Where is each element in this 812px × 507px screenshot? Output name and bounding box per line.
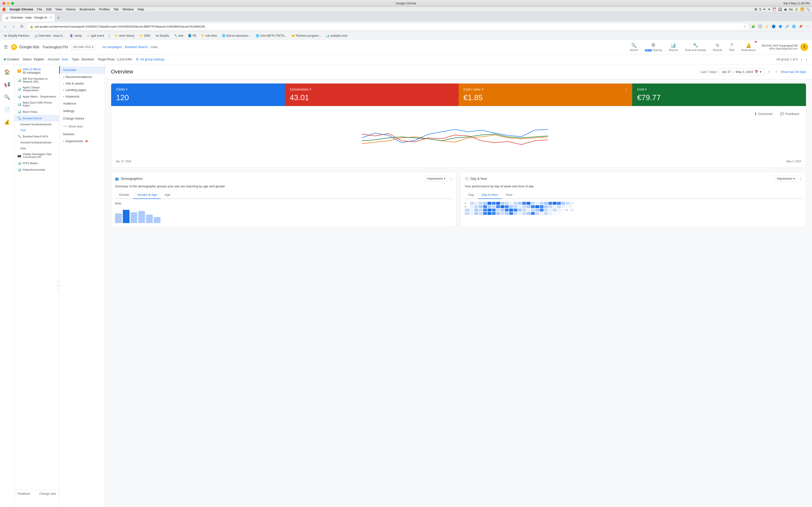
extension-icon-3[interactable]: ⚡ <box>764 24 769 29</box>
tab-gender-age[interactable]: Gender & Age <box>133 191 161 199</box>
extension-icon-6[interactable]: 🔗 <box>784 24 790 29</box>
date-range-selector[interactable]: Apr 27 – May 3, 2024 📅 ▾ <box>719 68 765 75</box>
prev-ad-group-button[interactable]: ‹ <box>800 56 803 62</box>
menu-file[interactable]: File <box>37 7 42 11</box>
feedback-chart-button[interactable]: 💬 Feedback <box>778 111 801 117</box>
campaign-branded-search[interactable]: 🔍 Branded Search <box>14 115 59 121</box>
notifications-button[interactable]: 🔔 1 Notifications <box>738 41 759 53</box>
menu-apple[interactable]: 🍎 <box>2 7 6 11</box>
spacing-button[interactable]: ⊞ BETA Spacing <box>642 41 665 53</box>
menu-edit[interactable]: Edit <box>46 7 51 11</box>
campaign-suta-2[interactable]: Suta <box>14 145 59 151</box>
date-prev-button[interactable]: ‹ <box>767 68 772 75</box>
breadcrumb-campaign[interactable]: Branded Search <box>125 45 148 49</box>
tab-age[interactable]: Age <box>161 191 174 199</box>
menu-history[interactable]: History <box>66 7 75 11</box>
download-button[interactable]: ⬇ Download <box>752 111 774 117</box>
chrome-tab-active[interactable]: 📊 Overview - mate - Google Ad... ✕ <box>2 13 55 21</box>
bookmark-tool[interactable]: 🔧 tool <box>172 34 185 38</box>
change-view-btn[interactable]: Change view <box>39 492 56 495</box>
bookmark-gmc[interactable]: 📁 GMC <box>138 34 153 38</box>
bookmark-partners[interactable]: 🤝 Partners program... <box>290 34 323 38</box>
bookmark-work-history[interactable]: 📁 work history <box>113 34 137 38</box>
bookmark-ga4[interactable]: 📈 ga4 event <box>85 34 106 38</box>
bookmark-analytics[interactable]: 📊 analytics tool <box>324 34 349 38</box>
menu-tab[interactable]: Tab <box>114 7 119 11</box>
extension-icon-4[interactable]: 🔵 <box>771 24 776 29</box>
day-hour-menu-button[interactable]: ⋮ <box>799 177 802 181</box>
new-tab-button[interactable]: + <box>55 14 62 21</box>
cost-dropdown[interactable]: ▾ <box>645 88 647 91</box>
date-next-button[interactable]: › <box>773 68 779 75</box>
bookmark-b2b[interactable]: 🌐 b2b-eu.tamaraco... <box>220 34 253 38</box>
extension-icon-2[interactable]: 🅂 <box>757 24 763 29</box>
bookmark-clarity[interactable]: 🔮 clarity <box>68 34 84 38</box>
campaign-black-deal[interactable]: 📊 Black Deal 5,89€ iPhone Kabel <box>14 100 59 108</box>
search-button[interactable]: 🔍 Search <box>627 41 641 53</box>
tab-gender[interactable]: Gender <box>115 191 133 199</box>
menu-bookmarks[interactable]: Bookmarks <box>80 7 95 11</box>
subnav-landing-pages[interactable]: › Landing pages <box>59 87 105 93</box>
menu-chrome[interactable]: Google Chrome <box>10 7 33 11</box>
close-button[interactable] <box>2 2 5 5</box>
campaign-apple-charger[interactable]: 📊 Apple Charger - Shopbrothers <box>14 84 59 93</box>
subnav-devices[interactable]: Devices <box>59 130 105 138</box>
nav-campaigns[interactable]: 📢 <box>1 79 13 90</box>
ad-group-settings-button[interactable]: ⚙ Ad group settings <box>136 57 164 61</box>
extension-icon-1[interactable]: 🧩 <box>751 24 756 29</box>
subnav-recommendations[interactable]: › Recommendations <box>59 74 105 80</box>
bookmark-fb[interactable]: 📘 FB <box>186 34 198 38</box>
day-hour-metric-selector[interactable]: Impressions ▾ <box>774 176 797 181</box>
view-filter[interactable]: 🔽 View (2 filters) All campaigns <box>14 66 59 76</box>
fullscreen-button[interactable] <box>11 2 14 5</box>
tools-settings-button[interactable]: 🔧 Tools and settings <box>682 41 709 53</box>
bookmark-ga4meta[interactable]: 🌐 GA4-META-TIKTO... <box>254 34 289 38</box>
campaign-apple-watch[interactable]: 📊 Apple Watch - Shopbrothers <box>14 93 59 100</box>
account-avatar[interactable]: T <box>800 43 808 51</box>
bookmark-info[interactable]: 📁 info links <box>199 34 219 38</box>
extension-icon-8[interactable]: 📌 <box>798 24 803 29</box>
feedback-btn[interactable]: Feedback <box>17 492 30 495</box>
subnav-ads-assets[interactable]: › Ads & assets <box>59 80 105 87</box>
show-less-button[interactable]: — Show less <box>59 122 105 130</box>
help-button[interactable]: ? Help <box>726 41 737 53</box>
demographics-menu-button[interactable]: ⋮ <box>450 177 453 181</box>
nav-search[interactable]: 🔍 <box>1 91 13 103</box>
clicks-dropdown[interactable]: ▾ <box>126 88 128 91</box>
back-button[interactable]: ‹ <box>2 23 9 30</box>
subnav-keywords[interactable]: › Keywords <box>59 93 105 100</box>
subnav-experiments[interactable]: › Experiments <box>59 138 105 145</box>
nav-reports[interactable]: 📄 <box>1 104 13 115</box>
subnav-settings[interactable]: Settings <box>59 107 105 115</box>
show-30-days-button[interactable]: Show last 30 days <box>780 70 806 74</box>
nav-home[interactable]: 🏠 <box>1 66 13 78</box>
bookmark-shopify-partners[interactable]: 🛍 Shopify Partners <box>2 34 31 38</box>
subnav-audience[interactable]: Audience <box>59 100 105 107</box>
menu-profiles[interactable]: Profiles <box>99 7 109 11</box>
hamburger-menu[interactable]: ☰ <box>4 44 8 50</box>
tab-day-hour[interactable]: Day & Hour <box>478 191 502 199</box>
campaign-black-friday[interactable]: 📊 Black Friday <box>14 108 59 115</box>
campaign-suta-1[interactable]: Suta <box>14 127 59 133</box>
extensions-button[interactable]: ⋯ <box>805 24 810 29</box>
cost-conv-dropdown[interactable]: ▾ <box>482 88 483 91</box>
bookmark-shopify[interactable]: 🛍 Shopify <box>154 34 171 38</box>
extension-icon-5[interactable]: 🔷 <box>778 24 783 29</box>
conversions-dropdown[interactable]: ▾ <box>310 88 311 91</box>
collapse-sidebar-button[interactable]: ‹ <box>56 281 59 290</box>
campaign-ffp2[interactable]: 📊 FFP2 Maske <box>14 160 59 166</box>
stat-menu-button[interactable]: ⋮ <box>624 88 628 93</box>
menu-view[interactable]: View <box>55 7 62 11</box>
extension-icon-7[interactable]: 🌐 <box>791 24 797 29</box>
tab-close-button[interactable]: ✕ <box>50 16 52 19</box>
campaign-ab-test[interactable]: 📊 A/B Test Standard vs. Network (DE) <box>14 76 59 84</box>
minimize-button[interactable] <box>7 2 10 5</box>
nav-billing[interactable]: 💰 <box>1 116 13 128</box>
forward-button[interactable]: › <box>10 23 17 30</box>
bookmark-star-icon[interactable]: ☆ <box>743 25 746 28</box>
subnav-overview[interactable]: Overview <box>59 66 105 74</box>
campaign-generell-1[interactable]: Generell Schallzahnbürste <box>14 121 59 127</box>
campaign-branded-search-ach[interactable]: 🔍 Branded Search ACH <box>14 133 59 139</box>
breadcrumb-all-campaigns[interactable]: All campaigns <box>102 45 122 49</box>
address-field[interactable]: 🔒 ads.google.com/aw/overview?campaignId=… <box>27 23 749 30</box>
